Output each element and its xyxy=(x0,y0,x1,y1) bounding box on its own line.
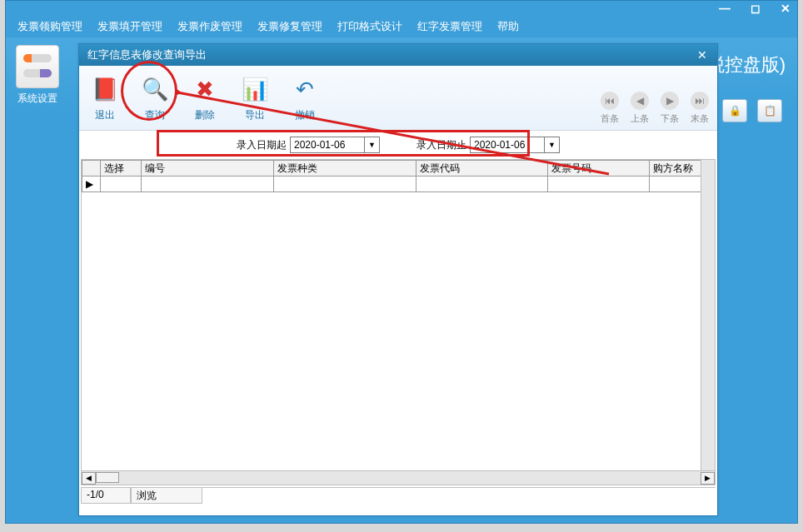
query-label: 查询 xyxy=(145,108,165,122)
filter-end-label: 录入日期止 xyxy=(416,138,466,152)
filter-end-value: 2020-01-06 xyxy=(474,139,525,151)
status-bar: -1/0 浏览 xyxy=(81,487,716,504)
results-table: 选择 编号 发票种类 发票代码 发票号码 购方名称 销方 ▶ xyxy=(82,160,716,192)
nav-next[interactable]: ▶ 下条 xyxy=(661,92,679,125)
results-grid: 选择 编号 发票种类 发票代码 发票号码 购方名称 销方 ▶ ◀ ▶ xyxy=(81,159,716,485)
window-maximize-button[interactable]: ◻ xyxy=(751,2,761,15)
menu-invoice-repair[interactable]: 发票修复管理 xyxy=(254,17,326,36)
exit-icon: 📕 xyxy=(89,73,121,105)
filter-end-date[interactable]: 2020-01-06 ▼ xyxy=(470,137,560,153)
vertical-scrollbar[interactable] xyxy=(701,160,715,470)
undo-label: 撤销 xyxy=(295,108,315,122)
nav-first-label: 首条 xyxy=(601,112,619,125)
clipboard-icon[interactable] xyxy=(757,99,782,122)
exit-button[interactable]: 📕 退出 xyxy=(82,73,127,122)
menu-invoice-purchase[interactable]: 发票领购管理 xyxy=(14,17,86,36)
filter-start-value: 2020-01-06 xyxy=(294,139,345,151)
menu-print-design[interactable]: 打印格式设计 xyxy=(334,17,406,36)
filter-start-date[interactable]: 2020-01-06 ▼ xyxy=(290,137,380,153)
settings-sliders-icon xyxy=(16,45,59,88)
window-close-button[interactable]: ✕ xyxy=(781,2,791,15)
menu-red-invoice[interactable]: 红字发票管理 xyxy=(414,17,486,36)
nav-prev-icon: ◀ xyxy=(631,92,649,110)
main-menu-bar: 发票领购管理 发票填开管理 发票作废管理 发票修复管理 打印格式设计 红字发票管… xyxy=(6,16,797,37)
table-row[interactable]: ▶ xyxy=(82,177,716,192)
delete-button[interactable]: ✖ 删除 xyxy=(182,73,227,122)
status-mode: 浏览 xyxy=(131,488,202,504)
dropdown-icon[interactable]: ▼ xyxy=(544,137,559,152)
delete-icon: ✖ xyxy=(189,73,221,105)
delete-label: 删除 xyxy=(195,108,215,122)
table-header-row: 选择 编号 发票种类 发票代码 发票号码 购方名称 销方 xyxy=(82,161,716,177)
scroll-left-button[interactable]: ◀ xyxy=(82,472,96,485)
col-select[interactable]: 选择 xyxy=(100,161,141,177)
horizontal-scrollbar[interactable]: ◀ ▶ xyxy=(82,470,715,485)
row-marker-icon: ▶ xyxy=(82,177,101,192)
col-code[interactable]: 发票代码 xyxy=(416,161,548,177)
nav-prev-label: 上条 xyxy=(631,112,649,125)
query-icon: 🔍 xyxy=(139,73,171,105)
nav-first-icon: ⏮ xyxy=(601,92,619,110)
system-settings-button[interactable]: 系统设置 xyxy=(7,45,67,106)
export-icon: 📊 xyxy=(239,73,271,105)
filter-end-group: 录入日期止 2020-01-06 ▼ xyxy=(411,134,565,156)
scroll-thumb[interactable] xyxy=(96,472,119,483)
row-marker-header xyxy=(82,161,101,177)
menu-help[interactable]: 帮助 xyxy=(494,17,522,36)
col-number[interactable]: 编号 xyxy=(141,161,273,177)
dialog-toolbar: 📕 退出 🔍 查询 ✖ 删除 📊 导出 ↶ 撤销 ⏮ 首 xyxy=(79,66,717,131)
status-position: -1/0 xyxy=(81,488,131,504)
nav-last-label: 末条 xyxy=(691,112,709,125)
nav-last[interactable]: ⏭ 末条 xyxy=(691,92,709,125)
scroll-track[interactable] xyxy=(96,472,701,485)
nav-last-icon: ⏭ xyxy=(691,92,709,110)
nav-first[interactable]: ⏮ 首条 xyxy=(601,92,619,125)
nav-next-label: 下条 xyxy=(661,112,679,125)
menu-invoice-fill[interactable]: 发票填开管理 xyxy=(94,17,166,36)
filter-start-group: 录入日期起 2020-01-06 ▼ xyxy=(232,134,385,156)
menu-invoice-void[interactable]: 发票作废管理 xyxy=(174,17,246,36)
system-settings-label: 系统设置 xyxy=(17,92,57,106)
export-label: 导出 xyxy=(245,108,265,122)
exit-label: 退出 xyxy=(95,108,115,122)
col-invno[interactable]: 发票号码 xyxy=(548,161,650,177)
filter-bar: 录入日期起 2020-01-06 ▼ 录入日期止 2020-01-06 ▼ xyxy=(79,131,717,159)
record-nav-group: ⏮ 首条 ◀ 上条 ▶ 下条 ⏭ 末条 xyxy=(601,92,709,125)
filter-start-label: 录入日期起 xyxy=(237,138,287,152)
right-mini-toolbar xyxy=(722,99,782,122)
toolbar-left-group: 📕 退出 🔍 查询 ✖ 删除 📊 导出 ↶ 撤销 xyxy=(82,73,327,122)
dialog-close-button[interactable]: ✕ xyxy=(692,47,712,62)
lock-icon[interactable] xyxy=(722,99,747,122)
red-info-dialog: 红字信息表修改查询导出 ✕ 📕 退出 🔍 查询 ✖ 删除 📊 导出 ↶ 撤销 xyxy=(78,43,718,516)
query-button[interactable]: 🔍 查询 xyxy=(132,73,177,122)
nav-next-icon: ▶ xyxy=(661,92,679,110)
undo-button[interactable]: ↶ 撤销 xyxy=(282,73,327,122)
export-button[interactable]: 📊 导出 xyxy=(232,73,277,122)
scroll-right-button[interactable]: ▶ xyxy=(701,472,715,485)
dialog-title-bar: 红字信息表修改查询导出 ✕ xyxy=(79,44,717,66)
nav-prev[interactable]: ◀ 上条 xyxy=(631,92,649,125)
window-title-bar: — ◻ ✕ xyxy=(6,1,797,16)
dropdown-icon[interactable]: ▼ xyxy=(364,137,379,152)
undo-icon: ↶ xyxy=(289,73,321,105)
col-type[interactable]: 发票种类 xyxy=(273,161,416,177)
window-minimize-button[interactable]: — xyxy=(719,2,731,15)
dialog-title: 红字信息表修改查询导出 xyxy=(87,47,207,62)
